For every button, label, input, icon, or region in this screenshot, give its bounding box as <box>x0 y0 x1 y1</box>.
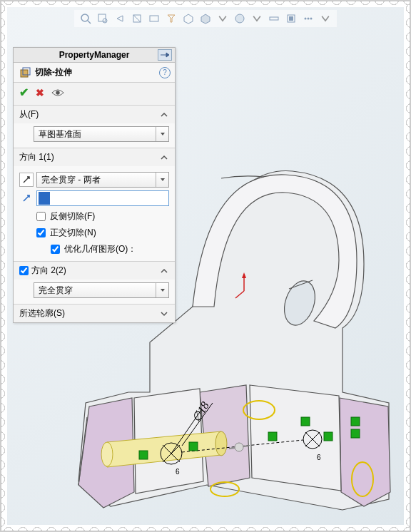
pin-icon[interactable] <box>158 49 172 61</box>
checkbox[interactable] <box>36 228 46 237</box>
checkbox-label: 反侧切除(F) <box>50 210 95 222</box>
reverse-direction-button[interactable] <box>19 173 34 187</box>
section-label: 方向 1(1) <box>19 151 54 163</box>
chevron-down-icon <box>156 173 168 187</box>
chevron-up-icon <box>159 266 169 276</box>
dropdown-value: 完全贯穿 - 两者 <box>37 174 156 186</box>
cut-extrude-icon <box>19 67 31 78</box>
svg-point-15 <box>215 431 227 456</box>
svg-point-44 <box>56 91 59 94</box>
section-header-dir2[interactable]: 方向 2(2) <box>14 262 175 280</box>
graphics-viewport[interactable]: ∅18 6 6 PropertyManager 切除-拉伸 ? ✔ ✖ <box>7 7 404 525</box>
end-condition-dropdown[interactable]: 完全贯穿 - 两者 <box>36 172 169 188</box>
feature-title: 切除-拉伸 <box>35 66 72 78</box>
cancel-button[interactable]: ✖ <box>36 87 44 98</box>
help-icon[interactable]: ? <box>159 67 171 78</box>
chevron-up-icon <box>159 110 169 120</box>
chevron-down-icon <box>156 283 168 297</box>
ok-button[interactable]: ✔ <box>19 86 29 99</box>
svg-line-41 <box>243 446 249 446</box>
section-label: 方向 2(2) <box>31 265 66 277</box>
selection-chip <box>39 192 50 205</box>
dropdown-value: 完全贯穿 <box>34 285 156 297</box>
chevron-down-icon <box>159 309 169 319</box>
svg-rect-30 <box>324 432 333 441</box>
direction-selection-input[interactable] <box>36 190 169 206</box>
property-manager-panel: PropertyManager 切除-拉伸 ? ✔ ✖ 从(F) <box>13 47 176 323</box>
section-header-dir1[interactable]: 方向 1(1) <box>14 148 175 166</box>
svg-rect-27 <box>139 451 148 459</box>
direction-arrow-icon[interactable] <box>19 193 34 203</box>
svg-rect-32 <box>351 417 360 426</box>
section-header-from[interactable]: 从(F) <box>14 106 175 123</box>
optimize-geometry-checkbox[interactable]: 优化几何图形(O)： <box>19 243 169 255</box>
svg-rect-28 <box>189 442 198 451</box>
checkbox[interactable] <box>36 212 46 221</box>
section-contours: 所选轮廓(S) <box>14 305 175 322</box>
end-condition2-dropdown[interactable]: 完全贯穿 <box>34 282 169 298</box>
confirm-row: ✔ ✖ <box>14 83 175 106</box>
section-from: 从(F) 草图基准面 <box>14 106 175 148</box>
checkbox-label: 正交切除(N) <box>50 227 96 239</box>
checkbox[interactable] <box>51 245 60 254</box>
feature-header: 切除-拉伸 ? <box>14 63 175 83</box>
chevron-down-icon <box>156 127 168 141</box>
dimension-value: 6 <box>176 468 180 476</box>
section-direction2: 方向 2(2) 完全贯穿 <box>14 262 175 305</box>
direction2-enable-checkbox[interactable] <box>19 266 29 275</box>
svg-rect-29 <box>268 432 277 441</box>
from-dropdown[interactable]: 草图基准面 <box>34 126 169 142</box>
svg-rect-42 <box>21 70 28 77</box>
panel-header: PropertyManager <box>14 48 175 63</box>
panel-title: PropertyManager <box>59 50 130 60</box>
svg-rect-33 <box>351 429 360 438</box>
section-header-contours[interactable]: 所选轮廓(S) <box>14 305 175 322</box>
dropdown-value: 草图基准面 <box>34 128 156 140</box>
svg-line-40 <box>229 448 235 449</box>
flip-side-checkbox[interactable]: 反侧切除(F) <box>19 210 169 222</box>
chevron-up-icon <box>159 153 169 163</box>
section-direction1: 方向 1(1) 完全贯穿 - 两者 <box>14 148 175 262</box>
svg-rect-31 <box>301 417 310 426</box>
dimension-value: 6 <box>317 454 321 461</box>
normal-cut-checkbox[interactable]: 正交切除(N) <box>19 227 169 239</box>
section-label: 从(F) <box>19 108 39 121</box>
svg-point-39 <box>235 443 243 451</box>
section-label: 所选轮廓(S) <box>19 307 65 319</box>
preview-icon[interactable] <box>51 88 64 98</box>
checkbox-label: 优化几何图形(O)： <box>64 243 136 255</box>
svg-point-16 <box>101 442 113 466</box>
